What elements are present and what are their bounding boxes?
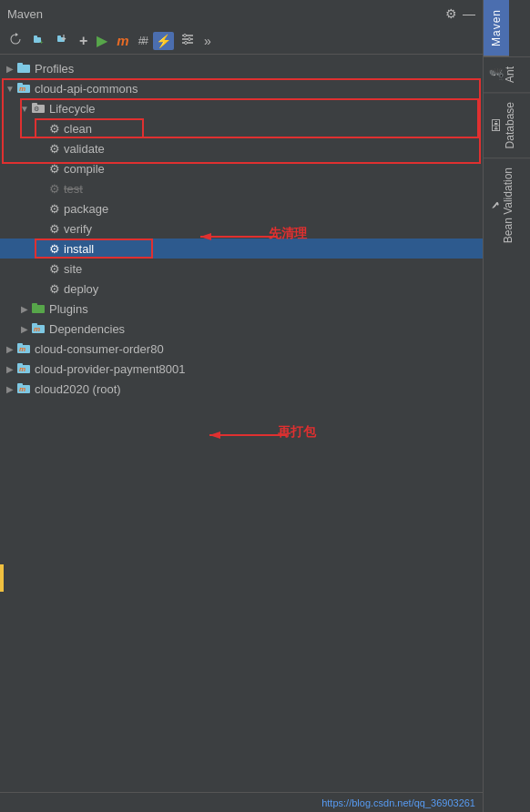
lifecycle-row[interactable]: ⚙ Lifecycle <box>0 98 483 118</box>
plugins-label: Plugins <box>49 302 88 316</box>
lifecycle-section: ⚙ Lifecycle ▶ clean <box>0 98 483 138</box>
cloud-api-commons-row[interactable]: m cloud-api-commons <box>0 78 483 98</box>
svg-text:m: m <box>19 85 25 93</box>
svg-point-8 <box>184 35 187 37</box>
svg-rect-12 <box>17 63 23 66</box>
cloud2020-row[interactable]: m cloud2020 (root) <box>0 379 483 399</box>
left-indicator <box>0 564 4 592</box>
panel-header: Maven ⚙ — <box>0 0 483 27</box>
header-icons: ⚙ — <box>445 6 475 21</box>
panel-title: Maven <box>7 7 43 21</box>
test-row[interactable]: ⚙ test <box>0 178 483 198</box>
profiles-arrow <box>4 64 16 74</box>
cloud2020-label: cloud2020 (root) <box>35 382 121 396</box>
plugins-arrow <box>18 304 31 314</box>
svg-text:+: + <box>39 38 44 46</box>
dependencies-label: Dependencies <box>49 322 125 336</box>
svg-point-9 <box>189 38 191 41</box>
svg-text:⚙: ⚙ <box>34 106 39 112</box>
cloud-consumer-order80-row[interactable]: m cloud-consumer-order80 <box>0 339 483 359</box>
site-row[interactable]: site <box>0 259 483 279</box>
ant-tab[interactable]: 🐜 Ant <box>484 56 530 92</box>
status-link[interactable]: https://blog.csdn.net/qq_36903261 <box>321 797 475 808</box>
verify-label: verify <box>64 222 92 236</box>
status-bar: https://blog.csdn.net/qq_36903261 <box>0 792 483 812</box>
run-btn[interactable]: ▶ <box>94 30 110 51</box>
deploy-gear-icon <box>49 282 60 296</box>
provider-icon: m <box>16 361 31 376</box>
add-managed-btn[interactable]: + <box>29 30 49 51</box>
maven-settings-btn[interactable] <box>178 30 198 51</box>
test-gear-icon: ⚙ <box>49 182 60 196</box>
bean-validation-icon: ✔ <box>489 167 502 243</box>
cloud-provider-payment8001-row[interactable]: m cloud-provider-payment8001 <box>0 359 483 379</box>
svg-text:m: m <box>19 385 25 393</box>
cloud-api-commons-section: m cloud-api-commons ⚙ Lifecycle <box>0 78 483 178</box>
lifecycle-label: Lifecycle <box>49 102 96 116</box>
maven-tab[interactable]: Maven <box>484 0 509 56</box>
right-sidebar: Maven 🐜 Ant 🗄 Database ✔ Bean Validation <box>483 0 530 812</box>
test-label: test <box>64 182 83 196</box>
refresh-btn[interactable] <box>5 30 25 51</box>
download-btn[interactable] <box>53 30 73 51</box>
add-btn[interactable]: + <box>76 31 90 51</box>
skip-tests-btn[interactable]: ## <box>136 33 149 49</box>
dependencies-row[interactable]: m Dependencies <box>0 319 483 339</box>
clean-gear-icon <box>49 122 60 136</box>
svg-rect-4 <box>57 36 61 38</box>
profiles-row[interactable]: Profiles <box>0 58 483 78</box>
plugins-folder-icon <box>31 301 46 316</box>
tree-area: Profiles m cloud-api-commons <box>0 55 483 792</box>
provider-arrow <box>4 364 16 374</box>
package-label: package <box>64 202 108 216</box>
deploy-label: deploy <box>64 282 98 296</box>
consumer-icon: m <box>16 341 31 356</box>
lifecycle-arrow <box>18 104 31 114</box>
validate-row[interactable]: validate <box>0 138 483 158</box>
profiles-label: Profiles <box>35 62 74 76</box>
compile-row[interactable]: compile <box>0 158 483 178</box>
verify-row[interactable]: verify <box>0 218 483 239</box>
svg-text:m: m <box>34 325 40 333</box>
compile-gear-icon <box>49 162 60 176</box>
lifecycle-folder-icon: ⚙ <box>31 101 46 116</box>
clean-row[interactable]: ▶ clean <box>0 118 483 138</box>
package-row[interactable]: package <box>0 198 483 218</box>
install-gear-icon: ⚙ <box>49 242 60 256</box>
consumer-label: cloud-consumer-order80 <box>35 342 164 356</box>
provider-label: cloud-provider-payment8001 <box>35 362 185 376</box>
cloud-api-commons-label: cloud-api-commons <box>35 82 138 96</box>
offline-mode-btn[interactable]: ⚡ <box>153 32 174 50</box>
install-container: ⚙ install <box>0 239 483 259</box>
svg-rect-20 <box>32 303 37 307</box>
svg-text:m: m <box>19 365 25 373</box>
profiles-folder-icon <box>16 61 31 76</box>
svg-point-10 <box>185 42 188 45</box>
validate-label: validate <box>64 142 105 156</box>
ant-icon: 🐜 <box>489 66 504 83</box>
dependencies-folder-icon: m <box>31 321 46 336</box>
maven-tab-label: Maven <box>490 9 503 46</box>
cloud-api-commons-icon: m <box>16 81 31 96</box>
database-icon: 🗄 <box>489 102 504 148</box>
clean-container: ▶ clean <box>0 118 483 138</box>
minimize-icon[interactable]: — <box>463 6 475 21</box>
svg-rect-1 <box>34 36 37 38</box>
install-row[interactable]: ⚙ install <box>0 239 483 259</box>
cloud2020-arrow <box>4 384 16 394</box>
cloud2020-icon: m <box>16 381 31 396</box>
maven-goal-btn[interactable]: m <box>114 31 131 50</box>
cloud-api-commons-arrow <box>4 84 16 94</box>
svg-text:m: m <box>19 345 25 353</box>
deploy-row[interactable]: deploy <box>0 279 483 299</box>
more-btn[interactable]: » <box>201 32 214 50</box>
settings-icon[interactable]: ⚙ <box>445 6 457 21</box>
maven-panel: Maven ⚙ — + + ▶ m ## ⚡ <box>0 0 483 812</box>
bean-validation-tab[interactable]: ✔ Bean Validation <box>484 157 530 252</box>
compile-label: compile <box>64 162 105 176</box>
consumer-arrow <box>4 344 16 354</box>
database-tab[interactable]: 🗄 Database <box>484 92 530 157</box>
clean-label: clean <box>64 122 92 136</box>
plugins-row[interactable]: Plugins <box>0 299 483 319</box>
bean-validation-label: Bean Validation <box>502 167 515 243</box>
